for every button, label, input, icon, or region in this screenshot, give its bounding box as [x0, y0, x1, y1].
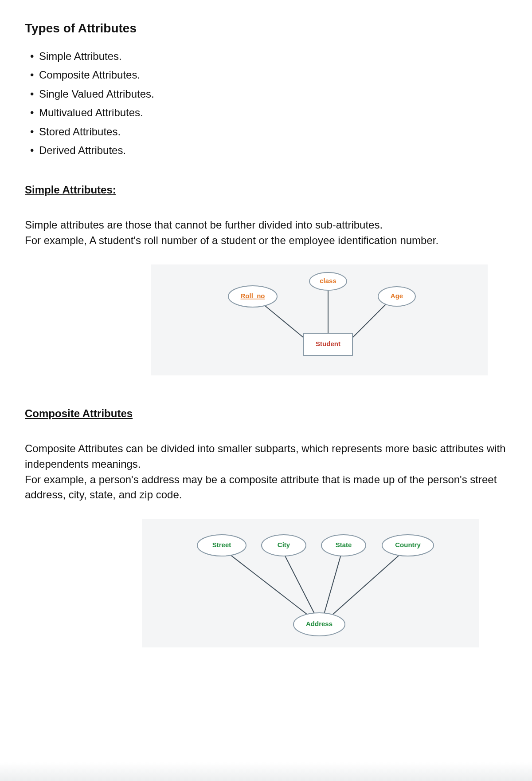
- attribute-types-list: Simple Attributes. Composite Attributes.…: [25, 48, 507, 159]
- composite-attributes-diagram: Street City State Country Address: [142, 519, 479, 647]
- list-item: Composite Attributes.: [30, 67, 507, 83]
- attr-address: Address: [306, 620, 332, 627]
- list-item: Multivalued Attributes.: [30, 104, 507, 121]
- composite-attributes-heading: Composite Attributes: [25, 407, 507, 420]
- list-item: Derived Attributes.: [30, 142, 507, 159]
- attr-country: Country: [395, 541, 421, 548]
- svg-line-0: [261, 302, 304, 338]
- simple-attributes-paragraph: Simple attributes are those that cannot …: [25, 217, 507, 248]
- attr-class: class: [320, 277, 336, 284]
- list-item: Single Valued Attributes.: [30, 86, 507, 103]
- attr-roll-no: Roll_no: [241, 292, 265, 300]
- text-line: Composite Attributes can be divided into…: [25, 442, 506, 470]
- attr-street: Street: [212, 541, 231, 548]
- simple-attributes-diagram: Roll_no class Age Student: [151, 264, 488, 375]
- text-line: For example, A student's roll number of …: [25, 234, 438, 246]
- attr-state: State: [336, 541, 352, 548]
- attr-age: Age: [391, 292, 403, 300]
- svg-line-10: [328, 553, 401, 619]
- page-title: Types of Attributes: [25, 21, 507, 36]
- document-page: Types of Attributes Simple Attributes. C…: [0, 0, 532, 781]
- svg-line-2: [352, 300, 390, 338]
- simple-attributes-heading: Simple Attributes:: [25, 184, 507, 196]
- list-item: Stored Attributes.: [30, 123, 507, 140]
- text-line: Simple attributes are those that cannot …: [25, 219, 383, 231]
- text-line: For example, a person's address may be a…: [25, 473, 497, 501]
- entity-student: Student: [316, 340, 340, 347]
- page-footer-shadow: [0, 762, 532, 781]
- composite-attributes-paragraph: Composite Attributes can be divided into…: [25, 441, 507, 503]
- list-item: Simple Attributes.: [30, 48, 507, 65]
- attr-city: City: [278, 541, 290, 548]
